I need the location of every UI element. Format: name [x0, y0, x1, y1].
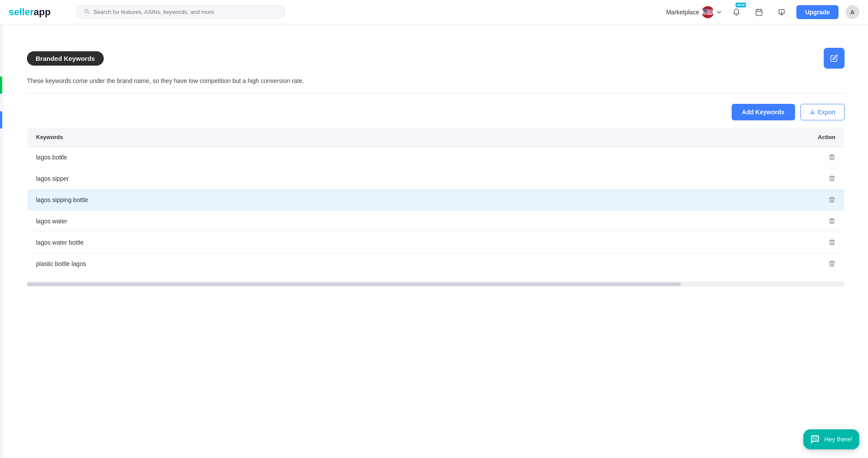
trash-icon: [828, 154, 835, 161]
delete-button[interactable]: [828, 154, 835, 161]
logo[interactable]: sellerapp: [9, 7, 69, 18]
chat-widget[interactable]: Hey there!: [803, 429, 859, 449]
left-accent: [0, 24, 3, 458]
new-badge: NEW: [736, 3, 746, 7]
chat-bubble-icon: [810, 435, 820, 444]
col-action: Action: [570, 128, 844, 147]
action-cell: [570, 232, 844, 253]
action-cell: [570, 211, 844, 232]
card-description: These keywords come under the brand name…: [27, 77, 845, 93]
keyword-cell: lagos sipping bottle: [27, 189, 571, 211]
export-label: Export: [818, 109, 835, 116]
green-accent-bar: [0, 76, 2, 94]
table-row: lagos sipper: [27, 168, 845, 189]
svg-rect-0: [756, 10, 762, 16]
main-content: Branded Keywords These keywords come und…: [3, 24, 868, 458]
trash-icon: [828, 218, 835, 225]
chat-widget-label: Hey there!: [824, 436, 852, 443]
table-header-row: Keywords Action: [27, 128, 845, 147]
table-row: lagos water: [27, 211, 845, 232]
download-icon: [809, 109, 815, 115]
svg-point-6: [781, 11, 782, 12]
header-right: Marketplace 🇺🇸 NEW Upgrade A: [666, 4, 859, 20]
trash-icon: [828, 175, 835, 182]
actions-row: Add Keywords Export: [27, 104, 845, 120]
trash-icon: [828, 239, 835, 246]
flag-icon: 🇺🇸: [702, 6, 714, 18]
delete-button[interactable]: [828, 239, 835, 246]
blue-accent-bar: [0, 111, 2, 129]
search-input[interactable]: [93, 9, 277, 15]
branded-keywords-badge: Branded Keywords: [27, 51, 104, 66]
flag-alert-icon: [778, 8, 785, 16]
action-cell: [570, 189, 844, 211]
keyword-cell: lagos bottle: [27, 147, 571, 168]
scrollbar-thumb: [27, 282, 681, 286]
pencil-icon: [830, 54, 838, 62]
delete-button[interactable]: [828, 260, 835, 267]
table-row: lagos bottle: [27, 147, 845, 168]
chevron-down-icon: [716, 10, 722, 15]
card-header: Branded Keywords: [27, 48, 845, 69]
col-keywords: Keywords: [27, 128, 571, 147]
logo-seller-text: seller: [9, 7, 34, 18]
edit-button[interactable]: [824, 48, 845, 69]
trash-icon: [828, 260, 835, 267]
keyword-cell: lagos water bottle: [27, 232, 571, 253]
upgrade-button[interactable]: Upgrade: [796, 5, 838, 19]
search-bar: [76, 5, 285, 19]
keywords-table: Keywords Action lagos bottle lagos sippe…: [27, 127, 845, 275]
horizontal-scrollbar[interactable]: [27, 282, 845, 287]
delete-button[interactable]: [828, 196, 835, 203]
add-keywords-button[interactable]: Add Keywords: [732, 104, 795, 120]
table-row: lagos water bottle: [27, 232, 845, 253]
marketplace-label: Marketplace: [666, 9, 699, 16]
delete-button[interactable]: [828, 175, 835, 182]
table-row: plastic bottle lagos: [27, 253, 845, 275]
notifications-button[interactable]: NEW: [729, 4, 744, 20]
trash-icon: [828, 196, 835, 203]
action-cell: [570, 168, 844, 189]
keyword-cell: plastic bottle lagos: [27, 253, 571, 275]
keyword-cell: lagos sipper: [27, 168, 571, 189]
header: sellerapp Marketplace 🇺🇸 NEW Upgrade A: [0, 0, 868, 24]
search-icon: [84, 8, 90, 16]
action-cell: [570, 253, 844, 275]
alerts-button[interactable]: [774, 4, 789, 20]
keyword-cell: lagos water: [27, 211, 571, 232]
action-cell: [570, 147, 844, 168]
marketplace-selector[interactable]: Marketplace 🇺🇸: [666, 6, 722, 18]
delete-button[interactable]: [828, 218, 835, 225]
calendar-button[interactable]: [751, 4, 767, 20]
export-button[interactable]: Export: [800, 104, 845, 120]
table-row: lagos sipping bottle: [27, 189, 845, 211]
branded-keywords-card: Branded Keywords These keywords come und…: [17, 37, 855, 297]
avatar-button[interactable]: A: [845, 5, 859, 19]
logo-app-text: app: [34, 7, 51, 18]
